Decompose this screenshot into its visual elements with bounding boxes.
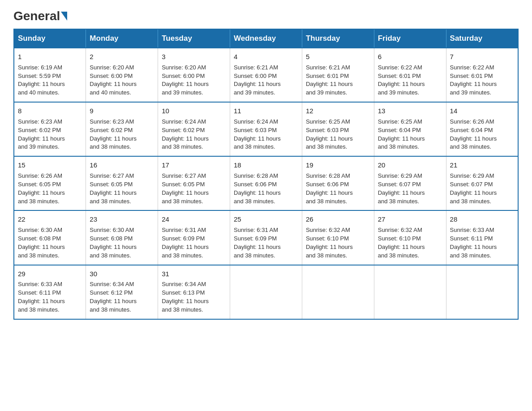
calendar-cell: 10Sunrise: 6:24 AMSunset: 6:02 PMDayligh… — [158, 102, 230, 156]
calendar-cell — [230, 265, 302, 319]
calendar-cell: 5Sunrise: 6:21 AMSunset: 6:01 PMDaylight… — [302, 48, 374, 102]
day-number: 6 — [378, 52, 442, 62]
day-number: 14 — [450, 106, 514, 116]
day-number: 17 — [162, 160, 226, 170]
calendar-cell: 16Sunrise: 6:27 AMSunset: 6:05 PMDayligh… — [86, 156, 158, 210]
day-info: Sunrise: 6:23 AMSunset: 6:02 PMDaylight:… — [90, 118, 137, 150]
calendar-cell: 11Sunrise: 6:24 AMSunset: 6:03 PMDayligh… — [230, 102, 302, 156]
day-number: 1 — [18, 52, 82, 62]
weekday-header-saturday: Saturday — [446, 29, 518, 48]
day-info: Sunrise: 6:24 AMSunset: 6:03 PMDaylight:… — [234, 118, 281, 150]
weekday-header-sunday: Sunday — [14, 29, 86, 48]
day-info: Sunrise: 6:29 AMSunset: 6:07 PMDaylight:… — [378, 172, 425, 205]
page-header: General — [13, 9, 519, 21]
day-number: 2 — [90, 52, 154, 62]
weekday-header-row: SundayMondayTuesdayWednesdayThursdayFrid… — [14, 29, 518, 48]
day-number: 12 — [306, 106, 370, 116]
day-info: Sunrise: 6:22 AMSunset: 6:01 PMDaylight:… — [450, 64, 497, 96]
day-info: Sunrise: 6:30 AMSunset: 6:08 PMDaylight:… — [18, 227, 65, 259]
calendar-cell: 26Sunrise: 6:32 AMSunset: 6:10 PMDayligh… — [302, 210, 374, 265]
day-info: Sunrise: 6:19 AMSunset: 5:59 PMDaylight:… — [18, 64, 65, 96]
day-number: 31 — [162, 269, 226, 279]
day-number: 26 — [306, 214, 370, 224]
calendar-cell: 22Sunrise: 6:30 AMSunset: 6:08 PMDayligh… — [14, 210, 86, 265]
calendar-cell: 8Sunrise: 6:23 AMSunset: 6:02 PMDaylight… — [14, 102, 86, 156]
day-number: 13 — [378, 106, 442, 116]
calendar-cell: 30Sunrise: 6:34 AMSunset: 6:12 PMDayligh… — [86, 265, 158, 319]
day-info: Sunrise: 6:34 AMSunset: 6:12 PMDaylight:… — [90, 281, 137, 313]
calendar-cell: 18Sunrise: 6:28 AMSunset: 6:06 PMDayligh… — [230, 156, 302, 210]
calendar-cell: 3Sunrise: 6:20 AMSunset: 6:00 PMDaylight… — [158, 48, 230, 102]
weekday-header-tuesday: Tuesday — [158, 29, 230, 48]
day-info: Sunrise: 6:34 AMSunset: 6:13 PMDaylight:… — [162, 281, 209, 313]
day-info: Sunrise: 6:25 AMSunset: 6:04 PMDaylight:… — [378, 118, 425, 150]
day-number: 7 — [450, 52, 514, 62]
day-number: 3 — [162, 52, 226, 62]
calendar-week-row: 22Sunrise: 6:30 AMSunset: 6:08 PMDayligh… — [14, 210, 518, 265]
calendar-week-row: 29Sunrise: 6:33 AMSunset: 6:11 PMDayligh… — [14, 265, 518, 319]
weekday-header-friday: Friday — [374, 29, 446, 48]
calendar-cell — [446, 265, 518, 319]
calendar-cell: 6Sunrise: 6:22 AMSunset: 6:01 PMDaylight… — [374, 48, 446, 102]
logo: General — [13, 9, 68, 21]
calendar-cell: 28Sunrise: 6:33 AMSunset: 6:11 PMDayligh… — [446, 210, 518, 265]
calendar-cell: 24Sunrise: 6:31 AMSunset: 6:09 PMDayligh… — [158, 210, 230, 265]
day-info: Sunrise: 6:24 AMSunset: 6:02 PMDaylight:… — [162, 118, 209, 150]
calendar-week-row: 1Sunrise: 6:19 AMSunset: 5:59 PMDaylight… — [14, 48, 518, 102]
calendar-cell: 12Sunrise: 6:25 AMSunset: 6:03 PMDayligh… — [302, 102, 374, 156]
day-info: Sunrise: 6:26 AMSunset: 6:05 PMDaylight:… — [18, 172, 65, 205]
day-number: 30 — [90, 269, 154, 279]
calendar-cell: 19Sunrise: 6:28 AMSunset: 6:06 PMDayligh… — [302, 156, 374, 210]
day-info: Sunrise: 6:32 AMSunset: 6:10 PMDaylight:… — [378, 227, 425, 259]
day-info: Sunrise: 6:33 AMSunset: 6:11 PMDaylight:… — [450, 227, 497, 259]
day-number: 21 — [450, 160, 514, 170]
day-number: 5 — [306, 52, 370, 62]
logo-general-text: General — [13, 9, 60, 23]
day-info: Sunrise: 6:22 AMSunset: 6:01 PMDaylight:… — [378, 64, 425, 96]
day-info: Sunrise: 6:20 AMSunset: 6:00 PMDaylight:… — [162, 64, 209, 96]
day-number: 25 — [234, 214, 298, 224]
day-info: Sunrise: 6:33 AMSunset: 6:11 PMDaylight:… — [18, 281, 65, 313]
calendar-cell: 23Sunrise: 6:30 AMSunset: 6:08 PMDayligh… — [86, 210, 158, 265]
calendar-cell: 17Sunrise: 6:27 AMSunset: 6:05 PMDayligh… — [158, 156, 230, 210]
day-number: 24 — [162, 214, 226, 224]
day-number: 18 — [234, 160, 298, 170]
day-info: Sunrise: 6:31 AMSunset: 6:09 PMDaylight:… — [234, 227, 281, 259]
logo-triangle-icon — [61, 12, 67, 21]
calendar-cell: 4Sunrise: 6:21 AMSunset: 6:00 PMDaylight… — [230, 48, 302, 102]
day-number: 19 — [306, 160, 370, 170]
calendar-cell: 29Sunrise: 6:33 AMSunset: 6:11 PMDayligh… — [14, 265, 86, 319]
day-info: Sunrise: 6:28 AMSunset: 6:06 PMDaylight:… — [306, 172, 353, 205]
calendar-cell: 2Sunrise: 6:20 AMSunset: 6:00 PMDaylight… — [86, 48, 158, 102]
day-info: Sunrise: 6:32 AMSunset: 6:10 PMDaylight:… — [306, 227, 353, 259]
day-number: 9 — [90, 106, 154, 116]
weekday-header-wednesday: Wednesday — [230, 29, 302, 48]
day-number: 4 — [234, 52, 298, 62]
day-info: Sunrise: 6:27 AMSunset: 6:05 PMDaylight:… — [90, 172, 137, 205]
calendar-cell: 20Sunrise: 6:29 AMSunset: 6:07 PMDayligh… — [374, 156, 446, 210]
calendar-table: SundayMondayTuesdayWednesdayThursdayFrid… — [13, 29, 519, 320]
day-info: Sunrise: 6:21 AMSunset: 6:01 PMDaylight:… — [306, 64, 353, 96]
day-number: 28 — [450, 214, 514, 224]
day-number: 20 — [378, 160, 442, 170]
day-number: 10 — [162, 106, 226, 116]
day-number: 8 — [18, 106, 82, 116]
day-number: 16 — [90, 160, 154, 170]
calendar-week-row: 8Sunrise: 6:23 AMSunset: 6:02 PMDaylight… — [14, 102, 518, 156]
calendar-cell: 1Sunrise: 6:19 AMSunset: 5:59 PMDaylight… — [14, 48, 86, 102]
day-info: Sunrise: 6:28 AMSunset: 6:06 PMDaylight:… — [234, 172, 281, 205]
day-info: Sunrise: 6:20 AMSunset: 6:00 PMDaylight:… — [90, 64, 137, 96]
day-number: 15 — [18, 160, 82, 170]
day-number: 23 — [90, 214, 154, 224]
day-info: Sunrise: 6:23 AMSunset: 6:02 PMDaylight:… — [18, 118, 65, 150]
calendar-cell: 31Sunrise: 6:34 AMSunset: 6:13 PMDayligh… — [158, 265, 230, 319]
day-info: Sunrise: 6:25 AMSunset: 6:03 PMDaylight:… — [306, 118, 353, 150]
calendar-cell — [374, 265, 446, 319]
calendar-cell: 14Sunrise: 6:26 AMSunset: 6:04 PMDayligh… — [446, 102, 518, 156]
calendar-cell: 25Sunrise: 6:31 AMSunset: 6:09 PMDayligh… — [230, 210, 302, 265]
calendar-cell — [302, 265, 374, 319]
weekday-header-monday: Monday — [86, 29, 158, 48]
day-info: Sunrise: 6:30 AMSunset: 6:08 PMDaylight:… — [90, 227, 137, 259]
calendar-cell: 27Sunrise: 6:32 AMSunset: 6:10 PMDayligh… — [374, 210, 446, 265]
day-info: Sunrise: 6:21 AMSunset: 6:00 PMDaylight:… — [234, 64, 281, 96]
